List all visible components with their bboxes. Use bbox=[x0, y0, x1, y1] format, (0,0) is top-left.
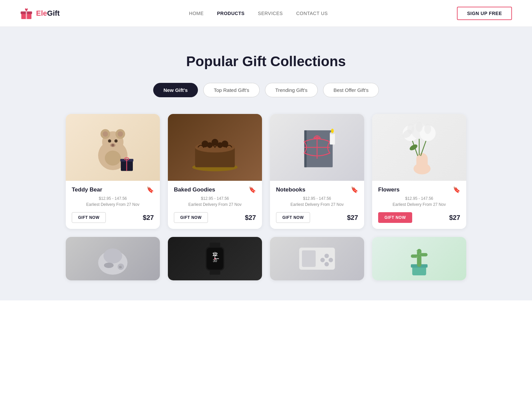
tab-new-gifts[interactable]: New Gift's bbox=[153, 83, 198, 97]
bookmark-icon-baked[interactable]: 🔖 bbox=[249, 186, 256, 193]
logo-icon bbox=[20, 7, 33, 20]
product-image-console bbox=[270, 237, 364, 280]
signup-button[interactable]: SIGN UP FREE bbox=[457, 7, 512, 20]
nav-services[interactable]: SERVICES bbox=[258, 11, 283, 16]
product-image-plant bbox=[372, 237, 466, 280]
filter-tabs: New Gift's Top Rated Gift's Trending Gif… bbox=[20, 83, 512, 97]
bookmark-icon-notebooks[interactable]: 🔖 bbox=[351, 186, 358, 193]
svg-point-25 bbox=[207, 142, 213, 148]
gift-now-notebooks[interactable]: GIFT NOW bbox=[276, 212, 310, 223]
price-range-baked: $12.95 - 147.56 bbox=[174, 196, 256, 201]
svg-point-10 bbox=[108, 139, 111, 143]
delivery-flowers: Earliest Delivery From 27 Nov bbox=[378, 202, 460, 207]
svg-point-62 bbox=[329, 258, 333, 262]
svg-rect-69 bbox=[421, 253, 428, 256]
logo-text: EleGift bbox=[36, 9, 60, 18]
hero-section: Popular Gift Collections New Gift's Top … bbox=[0, 27, 532, 300]
product-image-flowers bbox=[372, 114, 466, 181]
bookmark-icon-flowers[interactable]: 🔖 bbox=[453, 186, 460, 193]
svg-point-3 bbox=[26, 9, 27, 10]
svg-point-13 bbox=[111, 144, 114, 147]
product-card-watch: 12 30 bbox=[168, 237, 262, 280]
svg-point-61 bbox=[324, 254, 329, 258]
product-image-mouse: G bbox=[66, 237, 160, 280]
delivery-baked: Earliest Delivery From 27 Nov bbox=[174, 202, 256, 207]
svg-point-9 bbox=[117, 131, 123, 137]
svg-rect-29 bbox=[330, 133, 335, 145]
product-card-teddy: Teddy Bear 🔖 $12.95 - 147.56 Earliest De… bbox=[66, 114, 160, 229]
bookmark-icon-teddy[interactable]: 🔖 bbox=[147, 186, 154, 193]
svg-point-44 bbox=[424, 124, 431, 134]
nav-links: HOME PRODUCTS SERVICES CONTACT US bbox=[189, 10, 328, 16]
svg-rect-50 bbox=[210, 243, 220, 247]
product-image-teddy bbox=[66, 114, 160, 181]
nav-products[interactable]: PRODUCTS bbox=[217, 11, 245, 16]
product-name-baked: Baked Goodies bbox=[174, 186, 215, 193]
product-name-notebooks: Notebooks bbox=[276, 186, 305, 193]
product-card-baked: Baked Goodies 🔖 $12.95 - 147.56 Earliest… bbox=[168, 114, 262, 229]
product-info-flowers: Flowers 🔖 $12.95 - 147.56 Earliest Deliv… bbox=[372, 181, 466, 229]
svg-point-63 bbox=[320, 258, 325, 262]
svg-rect-68 bbox=[411, 255, 418, 258]
svg-point-47 bbox=[104, 263, 114, 268]
svg-point-46 bbox=[103, 249, 122, 264]
product-card-notebooks: Notebooks 🔖 $12.95 - 147.56 Earliest Del… bbox=[270, 114, 364, 229]
tab-best-offer[interactable]: Best Offer Gift's bbox=[323, 83, 379, 97]
tab-trending[interactable]: Trending Gift's bbox=[265, 83, 318, 97]
price-notebooks: $27 bbox=[347, 214, 358, 222]
product-card-plant bbox=[372, 237, 466, 280]
product-name-teddy: Teddy Bear bbox=[72, 186, 102, 193]
product-card-mouse: G bbox=[66, 237, 160, 280]
svg-rect-33 bbox=[417, 153, 428, 173]
product-image-watch: 12 30 bbox=[168, 237, 262, 280]
hero-title: Popular Gift Collections bbox=[20, 53, 512, 70]
svg-point-8 bbox=[103, 131, 108, 137]
product-name-flowers: Flowers bbox=[378, 186, 400, 193]
product-card-console bbox=[270, 237, 364, 280]
product-image-notebooks bbox=[270, 114, 364, 181]
svg-text:G: G bbox=[119, 265, 121, 269]
tab-top-rated[interactable]: Top Rated Gift's bbox=[203, 83, 259, 97]
product-card-flowers: Flowers 🔖 $12.95 - 147.56 Earliest Deliv… bbox=[372, 114, 466, 229]
price-range-teddy: $12.95 - 147.56 bbox=[72, 196, 154, 201]
svg-point-14 bbox=[105, 151, 121, 166]
svg-rect-51 bbox=[210, 271, 220, 275]
gift-now-flowers[interactable]: GIFT NOW bbox=[378, 212, 412, 223]
price-teddy: $27 bbox=[143, 214, 154, 222]
svg-rect-2 bbox=[26, 11, 27, 19]
delivery-teddy: Earliest Delivery From 27 Nov bbox=[72, 202, 154, 207]
product-info-notebooks: Notebooks 🔖 $12.95 - 147.56 Earliest Del… bbox=[270, 181, 364, 229]
product-info-teddy: Teddy Bear 🔖 $12.95 - 147.56 Earliest De… bbox=[66, 181, 160, 229]
price-flowers: $27 bbox=[449, 214, 460, 222]
svg-rect-60 bbox=[302, 250, 316, 267]
svg-point-43 bbox=[416, 122, 423, 132]
price-range-flowers: $12.95 - 147.56 bbox=[378, 196, 460, 201]
gift-now-baked[interactable]: GIFT NOW bbox=[174, 212, 208, 223]
svg-point-26 bbox=[217, 142, 223, 148]
products-second-row: G 12 30 bbox=[66, 237, 466, 280]
navbar: EleGift HOME PRODUCTS SERVICES CONTACT U… bbox=[0, 0, 532, 27]
logo[interactable]: EleGift bbox=[20, 7, 60, 20]
nav-contact[interactable]: CONTACT US bbox=[296, 11, 328, 16]
product-image-baked bbox=[168, 114, 262, 181]
svg-point-31 bbox=[331, 129, 334, 133]
gift-now-teddy[interactable]: GIFT NOW bbox=[72, 212, 106, 223]
delivery-notebooks: Earliest Delivery From 27 Nov bbox=[276, 202, 358, 207]
svg-point-11 bbox=[114, 139, 118, 143]
nav-home[interactable]: HOME bbox=[189, 11, 204, 16]
price-range-notebooks: $12.95 - 147.56 bbox=[276, 196, 358, 201]
products-grid: Teddy Bear 🔖 $12.95 - 147.56 Earliest De… bbox=[66, 114, 466, 229]
price-baked: $27 bbox=[245, 214, 256, 222]
product-info-baked: Baked Goodies 🔖 $12.95 - 147.56 Earliest… bbox=[168, 181, 262, 229]
svg-point-64 bbox=[324, 262, 329, 266]
